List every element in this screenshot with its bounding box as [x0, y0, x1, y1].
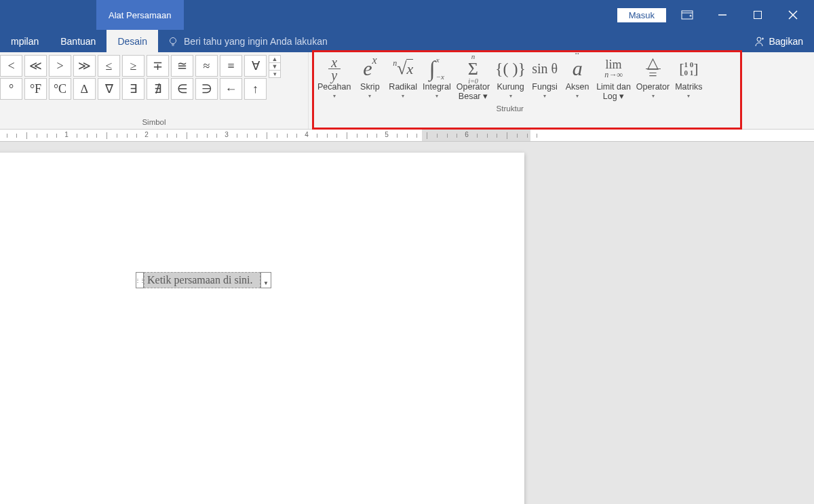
svg-point-12 — [757, 37, 761, 41]
titlebar: Alat Persamaan Masuk — [0, 0, 814, 30]
symbol-cell[interactable]: ∓ — [147, 55, 169, 77]
symbol-cell[interactable]: ∈ — [171, 78, 193, 100]
structure-integral-button[interactable]: ∫x−xIntegral▾ — [420, 55, 454, 103]
pecahan-icon: xy — [328, 55, 341, 82]
ruler-number: 5 — [385, 131, 389, 138]
ruler-number: 1 — [64, 131, 69, 138]
symbol-cell[interactable]: ≪ — [24, 55, 47, 77]
equation-placeholder[interactable]: ⋮⋮ Ketik persamaan di sini. ▼ — [136, 272, 271, 288]
equation-move-handle[interactable]: ⋮⋮ — [136, 272, 144, 288]
ribbon-group-struktur: xyPecahan▾exSkrip▾n√xRadikal▾∫x−xIntegra… — [315, 52, 705, 130]
ribbon-group-simbol: <≪>≫≤≥∓≅≈≡∀ °°F°C∆∇∃∄∈∋←↑ ▲ ▼ ▾ Simbol — [0, 52, 309, 129]
chevron-down-icon: ▾ — [509, 93, 512, 99]
operator-icon: nΣi=0 — [468, 55, 478, 82]
symbol-cell[interactable]: °F — [24, 78, 47, 100]
gallery-expand-icon[interactable]: ▾ — [269, 70, 281, 78]
structure-operator2-button[interactable]: △=Operator▾ — [634, 55, 672, 103]
structure-fungsi-button[interactable]: sin θFungsi▾ — [528, 55, 561, 103]
symbol-cell[interactable]: ∇ — [98, 78, 120, 100]
symbol-cell[interactable]: ≅ — [171, 55, 193, 77]
symbol-cell[interactable]: ↑ — [244, 78, 267, 100]
matriks-icon: [1 00 1] — [679, 55, 698, 82]
tab-bantuan[interactable]: Bantuan — [50, 30, 106, 52]
symbol-gallery[interactable]: <≪>≫≤≥∓≅≈≡∀ °°F°C∆∇∃∄∈∋←↑ — [0, 55, 267, 100]
chevron-down-icon: ▾ — [543, 93, 546, 99]
structure-label: Kurung — [497, 82, 524, 92]
structure-operator-button[interactable]: nΣi=0OperatorBesar ▾ — [454, 55, 492, 103]
tab-desain[interactable]: Desain — [106, 30, 158, 52]
tell-me-search[interactable]: Beri tahu yang ingin Anda lakukan — [158, 30, 337, 52]
symbol-cell[interactable]: ≥ — [122, 55, 144, 77]
symbol-cell[interactable]: ∃ — [122, 78, 144, 100]
symbol-cell[interactable]: ← — [220, 78, 242, 100]
chevron-down-icon: ▾ — [435, 93, 438, 99]
skrip-icon: ex — [363, 55, 376, 82]
symbol-cell[interactable]: > — [49, 55, 71, 77]
symbol-cell[interactable]: ° — [0, 78, 22, 100]
ribbon-group-label: Struktur — [315, 103, 705, 115]
svg-point-9 — [170, 37, 176, 43]
structure-label: Operator — [636, 82, 670, 92]
structure-label: OperatorBesar ▾ — [457, 82, 490, 102]
minimize-icon[interactable] — [708, 0, 737, 30]
share-label: Bagikan — [769, 36, 803, 47]
chevron-down-icon: ▾ — [687, 93, 690, 99]
equation-options-dropdown[interactable]: ▼ — [260, 272, 271, 288]
tab-tampilan[interactable]: mpilan — [0, 30, 50, 52]
structure-label: Limit danLog ▾ — [596, 82, 631, 102]
svg-rect-6 — [754, 12, 762, 19]
context-tab-label: Alat Persamaan — [109, 10, 172, 20]
operator2-icon: △= — [646, 55, 661, 82]
structure-label: Radikal — [389, 82, 417, 92]
structure-skrip-button[interactable]: exSkrip▾ — [353, 55, 386, 103]
aksen-icon: a¨ — [573, 55, 583, 82]
symbol-cell[interactable]: ∋ — [195, 78, 218, 100]
symbol-cell[interactable]: ≫ — [73, 55, 96, 77]
structure-pecahan-button[interactable]: xyPecahan▾ — [315, 55, 353, 103]
ribbon-tabs: mpilan Bantuan Desain Beri tahu yang ing… — [0, 30, 814, 52]
structure-label: Aksen — [566, 82, 589, 92]
structure-radikal-button[interactable]: n√xRadikal▾ — [386, 55, 420, 103]
integral-icon: ∫x−x — [429, 55, 444, 82]
equation-input[interactable]: Ketik persamaan di sini. — [144, 272, 260, 288]
chevron-down-icon: ▾ — [576, 93, 579, 99]
symbol-cell[interactable]: ∆ — [73, 78, 96, 100]
symbol-cell[interactable]: ∀ — [244, 55, 267, 77]
ruler-number: 6 — [465, 131, 469, 138]
horizontal-ruler[interactable]: 123456 — [0, 130, 814, 142]
structure-aksen-button[interactable]: a¨Aksen▾ — [561, 55, 594, 103]
symbol-gallery-scroll[interactable]: ▲ ▼ ▾ — [269, 55, 281, 77]
close-icon[interactable] — [779, 0, 807, 30]
structure-kurung-button[interactable]: {( )}Kurung▾ — [492, 55, 528, 103]
structure-label: Fungsi — [532, 82, 558, 92]
ribbon-display-options-icon[interactable] — [673, 0, 701, 30]
symbol-cell[interactable]: < — [0, 55, 22, 77]
document-area: ⋮⋮ Ketik persamaan di sini. ▼ — [0, 142, 814, 504]
structure-label: Pecahan — [317, 82, 351, 92]
symbol-cell[interactable]: ≤ — [98, 55, 120, 77]
context-tab-equation-tools[interactable]: Alat Persamaan — [96, 0, 184, 30]
symbol-cell[interactable]: ≡ — [220, 55, 242, 77]
ribbon-group-label: Simbol — [0, 117, 308, 129]
symbol-cell[interactable]: ∄ — [147, 78, 169, 100]
ruler-number: 3 — [225, 131, 229, 138]
kurung-icon: {( )} — [495, 55, 526, 82]
chevron-down-icon: ▾ — [368, 93, 371, 99]
radikal-icon: n√x — [393, 55, 413, 82]
tell-me-label: Beri tahu yang ingin Anda lakukan — [184, 36, 328, 47]
lightbulb-icon — [168, 36, 178, 47]
structure-label: Matriks — [675, 82, 702, 92]
share-button[interactable]: Bagikan — [743, 30, 814, 52]
structure-matriks-button[interactable]: [1 00 1]Matriks▾ — [672, 55, 705, 103]
chevron-down-icon: ▾ — [652, 93, 655, 99]
signin-button[interactable]: Masuk — [617, 8, 666, 22]
page[interactable]: ⋮⋮ Ketik persamaan di sini. ▼ — [0, 153, 524, 504]
ribbon: <≪>≫≤≥∓≅≈≡∀ °°F°C∆∇∃∄∈∋←↑ ▲ ▼ ▾ Simbol x… — [0, 52, 814, 130]
maximize-icon[interactable] — [743, 0, 772, 30]
symbol-cell[interactable]: ≈ — [195, 55, 218, 77]
fungsi-icon: sin θ — [532, 55, 558, 82]
symbol-cell[interactable]: °C — [49, 78, 71, 100]
structure-label: Integral — [423, 82, 451, 92]
structure-limit-button[interactable]: limn→∞Limit danLog ▾ — [594, 55, 634, 103]
ruler-number: 2 — [144, 131, 149, 138]
